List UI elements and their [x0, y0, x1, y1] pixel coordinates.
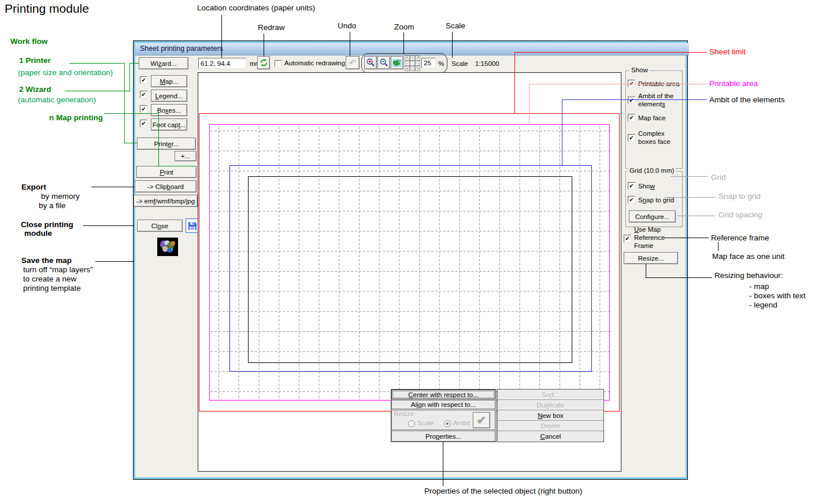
sheet-limit-line-v	[514, 52, 515, 113]
callout-undo: Undo	[338, 21, 356, 30]
wizard-callout-line-h1	[65, 91, 130, 91]
map-face-rect[interactable]	[248, 176, 572, 363]
menu-new-box[interactable]: New box	[498, 410, 603, 421]
show-group-title: Show	[629, 66, 650, 73]
ambit-checkbox[interactable]	[628, 97, 635, 104]
zoom-percent-input[interactable]	[421, 58, 436, 68]
pan-left-icon[interactable]: ←	[405, 61, 410, 66]
callout-step1-printer: 1 Printer	[19, 56, 51, 65]
undo-button[interactable]: ↶	[346, 56, 360, 69]
configure-button[interactable]: Configure...	[629, 210, 676, 223]
percent-label: %	[438, 60, 444, 67]
use-map-label-line1: Use Map	[634, 226, 661, 233]
location-callout-line	[221, 15, 222, 58]
map-printing-callout-line-h2	[158, 166, 195, 166]
callout-work-flow: Work flow	[10, 37, 47, 46]
undo-callout-line	[350, 32, 350, 56]
pan-up-icon[interactable]: ↑	[410, 55, 415, 61]
callout-export-note2: by a file	[39, 201, 66, 210]
map-face-label: Map face	[638, 114, 665, 121]
boxes-checkbox[interactable]	[140, 105, 147, 113]
menu-sort: Sort...	[498, 390, 603, 400]
printer-callout-line-h1	[69, 63, 125, 64]
location-coordinates-input[interactable]	[198, 58, 246, 69]
complex-label-line2: boxes face	[638, 138, 671, 145]
automatic-redrawing-checkbox[interactable]	[275, 60, 282, 67]
printer-button[interactable]: Printer...	[137, 138, 196, 150]
legend-checkbox[interactable]	[140, 91, 147, 98]
zoom-in-icon	[366, 58, 376, 68]
clipboard-button[interactable]: -> Clipboard	[135, 180, 197, 192]
callout-snap-to-grid: Snap to grid	[719, 192, 761, 201]
close-button[interactable]: Close	[137, 220, 183, 232]
menu-center-with-respect-to[interactable]: Center with respect to...	[391, 390, 495, 399]
pan-ne-icon[interactable]: ↗	[415, 55, 420, 61]
map-checkbox[interactable]	[140, 76, 147, 84]
callout-step2-wizard: 2 Wizard	[19, 85, 51, 94]
redraw-callout-line	[264, 34, 264, 57]
ambit-label-line1: Ambit of the	[638, 92, 673, 99]
ambit-label-line2: elements	[638, 101, 665, 108]
map-button[interactable]: Map...	[151, 75, 187, 87]
complex-boxes-checkbox[interactable]	[628, 134, 635, 142]
callout-zoom: Zoom	[394, 23, 414, 31]
pan-nw-icon[interactable]: ↖	[405, 55, 410, 61]
page: Printing module Sheet printing parameter…	[0, 0, 837, 504]
floppy-disk-icon	[188, 221, 197, 231]
map-face-checkbox[interactable]	[628, 114, 635, 121]
callout-save-the-map: Save the map	[21, 256, 72, 265]
foot-caption-button[interactable]: Foot capt...	[151, 118, 187, 131]
callout-reference-frame: Reference frame	[711, 234, 769, 242]
use-map-label-line2: Reference	[634, 234, 665, 241]
menu-delete: Delete	[498, 421, 603, 431]
resize-button[interactable]: Resize...	[624, 252, 678, 264]
callout-resizing-item1: - map	[749, 282, 769, 291]
legend-button[interactable]: Legend...	[151, 90, 187, 102]
resizing-callout-line-h	[646, 277, 712, 278]
properties-callout-line	[443, 442, 443, 486]
callout-grid: Grid	[711, 173, 726, 181]
callout-resizing-item3: - legend	[749, 301, 777, 309]
pan-center-cell	[410, 61, 415, 66]
pan-sw-icon[interactable]: ↙	[405, 66, 410, 71]
automatic-redrawing-label: Automatic redrawing	[284, 60, 345, 66]
resize-scale-label: Scale	[417, 420, 434, 427]
reference-frame-callout-line	[665, 238, 709, 238]
printable-area-line-h	[529, 84, 707, 84]
resize-ambit-radio[interactable]	[444, 420, 451, 427]
save-map-button[interactable]	[186, 218, 199, 233]
boxes-button[interactable]: Boxes...	[151, 104, 187, 116]
menu-cancel[interactable]: Cancel	[498, 431, 603, 442]
zoom-in-button[interactable]	[364, 56, 377, 69]
ambit-line-v	[562, 99, 562, 165]
zoom-out-button[interactable]	[377, 56, 390, 69]
resize-scale-radio[interactable]	[408, 420, 415, 427]
pan-pad: ↖ ↑ ↗ ← → ↙ ↓ ↘	[405, 55, 420, 71]
callout-resizing-item2: - boxes with text	[749, 291, 806, 300]
pan-right-icon[interactable]: →	[415, 61, 420, 66]
printer-plus-button[interactable]: +...	[175, 151, 197, 161]
dialog-title: Sheet printing parameters	[140, 45, 223, 53]
zoom-world-button[interactable]	[391, 56, 403, 69]
resize-apply-button[interactable]: ✔	[473, 412, 490, 428]
callout-save-note2: to create a new	[23, 275, 76, 283]
pan-se-icon[interactable]: ↘	[415, 66, 420, 71]
callout-grid-spacing: Grid spacing	[719, 210, 762, 219]
print-button[interactable]: Print	[136, 166, 197, 178]
export-emf-button[interactable]: -> emf/wmf/bmp/jpg	[134, 195, 198, 207]
map-printing-callout-line-h1	[104, 113, 159, 114]
pan-down-icon[interactable]: ↓	[410, 66, 415, 71]
redraw-button[interactable]	[257, 56, 270, 69]
grid-show-checkbox[interactable]	[628, 182, 635, 190]
snap-to-grid-checkbox[interactable]	[628, 196, 635, 203]
menu-align-with-respect-to[interactable]: Align with respect to...	[391, 400, 495, 409]
wizard-button[interactable]: Wizard...	[139, 57, 188, 69]
checkmark-icon: ✔	[477, 413, 487, 427]
resize-section-label: Resize:	[394, 410, 416, 417]
foot-caption-checkbox[interactable]	[140, 120, 147, 127]
save-callout-line	[95, 261, 134, 262]
menu-properties[interactable]: Properties...	[391, 431, 495, 442]
use-map-reference-frame-checkbox[interactable]	[624, 235, 631, 242]
grid-show-label: Show	[638, 183, 655, 190]
menu-duplicate: Duplicate	[498, 400, 603, 410]
